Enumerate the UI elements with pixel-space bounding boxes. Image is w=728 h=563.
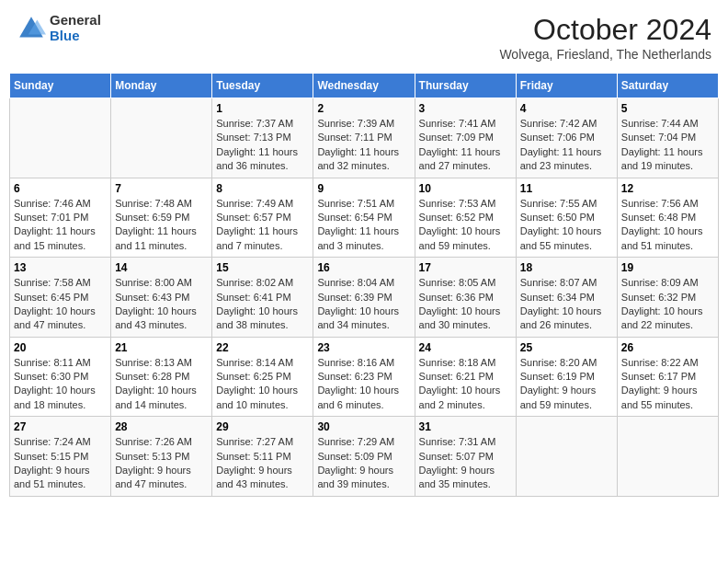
header-day: Tuesday (212, 74, 313, 98)
day-info: Sunrise: 7:56 AM Sunset: 6:48 PM Dayligh… (621, 197, 714, 254)
day-number: 15 (216, 261, 309, 274)
day-info: Sunrise: 8:14 AM Sunset: 6:25 PM Dayligh… (216, 356, 309, 413)
header-day: Monday (111, 74, 212, 98)
calendar-cell: 3Sunrise: 7:41 AM Sunset: 7:09 PM Daylig… (415, 98, 516, 178)
day-info: Sunrise: 7:58 AM Sunset: 6:45 PM Dayligh… (14, 276, 107, 333)
day-number: 30 (317, 420, 410, 433)
day-number: 16 (317, 261, 410, 274)
calendar-cell: 1Sunrise: 7:37 AM Sunset: 7:13 PM Daylig… (212, 98, 313, 178)
day-info: Sunrise: 7:29 AM Sunset: 5:09 PM Dayligh… (317, 435, 410, 492)
page-header: General Blue October 2024 Wolvega, Fries… (9, 9, 719, 65)
day-info: Sunrise: 8:18 AM Sunset: 6:21 PM Dayligh… (419, 356, 512, 413)
day-info: Sunrise: 8:11 AM Sunset: 6:30 PM Dayligh… (14, 356, 107, 413)
day-info: Sunrise: 7:42 AM Sunset: 7:06 PM Dayligh… (520, 117, 613, 174)
day-number: 10 (419, 182, 512, 195)
day-number: 11 (520, 182, 613, 195)
logo: General Blue (17, 13, 101, 43)
day-info: Sunrise: 7:41 AM Sunset: 7:09 PM Dayligh… (419, 117, 512, 174)
header-row: SundayMondayTuesdayWednesdayThursdayFrid… (10, 74, 719, 98)
day-number: 20 (14, 341, 107, 354)
calendar-cell: 26Sunrise: 8:22 AM Sunset: 6:17 PM Dayli… (617, 337, 718, 417)
calendar-cell: 10Sunrise: 7:53 AM Sunset: 6:52 PM Dayli… (415, 178, 516, 258)
day-number: 5 (621, 102, 714, 115)
calendar-cell: 5Sunrise: 7:44 AM Sunset: 7:04 PM Daylig… (617, 98, 718, 178)
day-number: 25 (520, 341, 613, 354)
calendar-cell: 29Sunrise: 7:27 AM Sunset: 5:11 PM Dayli… (212, 417, 313, 497)
calendar-cell: 8Sunrise: 7:49 AM Sunset: 6:57 PM Daylig… (212, 178, 313, 258)
header-day: Thursday (415, 74, 516, 98)
day-number: 12 (621, 182, 714, 195)
header-day: Sunday (10, 74, 111, 98)
title-block: October 2024 Wolvega, Friesland, The Net… (499, 13, 711, 62)
day-info: Sunrise: 7:37 AM Sunset: 7:13 PM Dayligh… (216, 117, 309, 174)
calendar-cell: 31Sunrise: 7:31 AM Sunset: 5:07 PM Dayli… (415, 417, 516, 497)
day-info: Sunrise: 8:20 AM Sunset: 6:19 PM Dayligh… (520, 356, 613, 413)
day-number: 6 (14, 182, 107, 195)
day-number: 22 (216, 341, 309, 354)
calendar-cell: 13Sunrise: 7:58 AM Sunset: 6:45 PM Dayli… (10, 258, 111, 338)
calendar-cell: 9Sunrise: 7:51 AM Sunset: 6:54 PM Daylig… (313, 178, 415, 258)
calendar-cell: 28Sunrise: 7:26 AM Sunset: 5:13 PM Dayli… (111, 417, 212, 497)
day-number: 23 (317, 341, 410, 354)
calendar-body: 1Sunrise: 7:37 AM Sunset: 7:13 PM Daylig… (10, 98, 719, 497)
day-info: Sunrise: 7:48 AM Sunset: 6:59 PM Dayligh… (115, 197, 208, 254)
calendar-cell: 19Sunrise: 8:09 AM Sunset: 6:32 PM Dayli… (617, 258, 718, 338)
day-number: 19 (621, 261, 714, 274)
calendar-cell: 23Sunrise: 8:16 AM Sunset: 6:23 PM Dayli… (313, 337, 415, 417)
calendar-cell: 27Sunrise: 7:24 AM Sunset: 5:15 PM Dayli… (10, 417, 111, 497)
calendar-cell: 4Sunrise: 7:42 AM Sunset: 7:06 PM Daylig… (516, 98, 617, 178)
day-info: Sunrise: 7:53 AM Sunset: 6:52 PM Dayligh… (419, 197, 512, 254)
calendar-cell (516, 417, 617, 497)
day-number: 28 (115, 420, 208, 433)
day-info: Sunrise: 8:04 AM Sunset: 6:39 PM Dayligh… (317, 276, 410, 333)
day-number: 26 (621, 341, 714, 354)
calendar-header: SundayMondayTuesdayWednesdayThursdayFrid… (10, 74, 719, 98)
logo-general-text: General (50, 13, 101, 29)
day-info: Sunrise: 7:44 AM Sunset: 7:04 PM Dayligh… (621, 117, 714, 174)
logo-icon (17, 14, 46, 43)
day-number: 27 (14, 420, 107, 433)
day-info: Sunrise: 8:13 AM Sunset: 6:28 PM Dayligh… (115, 356, 208, 413)
calendar-subtitle: Wolvega, Friesland, The Netherlands (499, 47, 711, 62)
day-number: 21 (115, 341, 208, 354)
day-number: 8 (216, 182, 309, 195)
day-info: Sunrise: 7:51 AM Sunset: 6:54 PM Dayligh… (317, 197, 410, 254)
day-info: Sunrise: 7:27 AM Sunset: 5:11 PM Dayligh… (216, 435, 309, 492)
day-info: Sunrise: 8:07 AM Sunset: 6:34 PM Dayligh… (520, 276, 613, 333)
day-info: Sunrise: 8:00 AM Sunset: 6:43 PM Dayligh… (115, 276, 208, 333)
calendar-cell: 14Sunrise: 8:00 AM Sunset: 6:43 PM Dayli… (111, 258, 212, 338)
calendar-cell: 2Sunrise: 7:39 AM Sunset: 7:11 PM Daylig… (313, 98, 415, 178)
calendar-cell: 7Sunrise: 7:48 AM Sunset: 6:59 PM Daylig… (111, 178, 212, 258)
calendar-cell: 16Sunrise: 8:04 AM Sunset: 6:39 PM Dayli… (313, 258, 415, 338)
day-number: 2 (317, 102, 410, 115)
day-info: Sunrise: 7:39 AM Sunset: 7:11 PM Dayligh… (317, 117, 410, 174)
calendar-cell: 11Sunrise: 7:55 AM Sunset: 6:50 PM Dayli… (516, 178, 617, 258)
day-number: 13 (14, 261, 107, 274)
day-info: Sunrise: 7:55 AM Sunset: 6:50 PM Dayligh… (520, 197, 613, 254)
day-number: 4 (520, 102, 613, 115)
day-number: 9 (317, 182, 410, 195)
calendar-cell: 30Sunrise: 7:29 AM Sunset: 5:09 PM Dayli… (313, 417, 415, 497)
day-info: Sunrise: 8:09 AM Sunset: 6:32 PM Dayligh… (621, 276, 714, 333)
calendar-cell: 20Sunrise: 8:11 AM Sunset: 6:30 PM Dayli… (10, 337, 111, 417)
day-number: 17 (419, 261, 512, 274)
calendar-cell: 6Sunrise: 7:46 AM Sunset: 7:01 PM Daylig… (10, 178, 111, 258)
logo-text: General Blue (50, 13, 101, 43)
day-number: 7 (115, 182, 208, 195)
day-info: Sunrise: 8:05 AM Sunset: 6:36 PM Dayligh… (419, 276, 512, 333)
calendar-week-row: 13Sunrise: 7:58 AM Sunset: 6:45 PM Dayli… (10, 258, 719, 338)
day-number: 29 (216, 420, 309, 433)
header-day: Friday (516, 74, 617, 98)
header-day: Wednesday (313, 74, 415, 98)
calendar-cell: 25Sunrise: 8:20 AM Sunset: 6:19 PM Dayli… (516, 337, 617, 417)
day-number: 14 (115, 261, 208, 274)
day-number: 3 (419, 102, 512, 115)
calendar-table: SundayMondayTuesdayWednesdayThursdayFrid… (9, 73, 719, 497)
calendar-cell (111, 98, 212, 178)
calendar-cell: 22Sunrise: 8:14 AM Sunset: 6:25 PM Dayli… (212, 337, 313, 417)
calendar-cell: 17Sunrise: 8:05 AM Sunset: 6:36 PM Dayli… (415, 258, 516, 338)
calendar-week-row: 6Sunrise: 7:46 AM Sunset: 7:01 PM Daylig… (10, 178, 719, 258)
day-info: Sunrise: 8:16 AM Sunset: 6:23 PM Dayligh… (317, 356, 410, 413)
calendar-cell (10, 98, 111, 178)
calendar-week-row: 1Sunrise: 7:37 AM Sunset: 7:13 PM Daylig… (10, 98, 719, 178)
